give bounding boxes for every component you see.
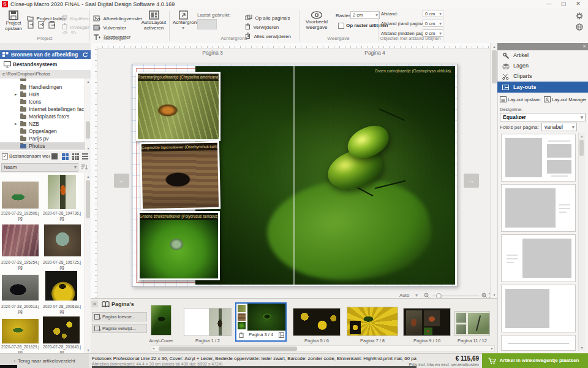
photo-frame-2[interactable]: Gegroefde lapsnuitkever (Otiorhynchus su…: [140, 141, 221, 211]
file-thumbnail[interactable]: [43, 316, 80, 343]
pages-panel-close-button[interactable]: ✕: [91, 301, 98, 307]
page-thumb-1-2[interactable]: [184, 308, 232, 336]
expand-arrow-icon[interactable]: ▸: [15, 91, 17, 98]
file-thumbnail[interactable]: [2, 319, 39, 343]
layout-template-3[interactable]: [501, 234, 576, 282]
designline-select[interactable]: Equalizer ▾: [500, 113, 586, 121]
pages-scrollbar-thumb[interactable]: [159, 347, 297, 351]
minimize-button[interactable]: —: [541, 0, 556, 8]
page-thumb-9-10[interactable]: [403, 308, 451, 336]
layout-manager-button[interactable]: Lay-out Manager: [544, 96, 587, 104]
change-layout-icon[interactable]: [279, 332, 284, 338]
current-path[interactable]: e:\Ron\Dropbox\Photos: [0, 70, 91, 79]
scroll-up-icon[interactable]: ▴: [579, 134, 585, 138]
tree-scrollbar-thumb[interactable]: [86, 121, 90, 139]
language-globe-icon[interactable]: [576, 23, 583, 31]
page-thumb-label[interactable]: Pagina 7 / 8: [347, 338, 398, 343]
spacing-select-1[interactable]: 0 cm▾: [423, 20, 443, 27]
scroll-right-icon[interactable]: ▸: [491, 346, 493, 351]
zoom-mode-select[interactable]: Auto: [399, 293, 415, 298]
thumbnails-scrollbar-thumb[interactable]: [86, 180, 90, 218]
menu-item-layouts-selected[interactable]: Lay-outs: [497, 82, 588, 93]
settings-gear-icon[interactable]: [576, 12, 583, 20]
page-thumb-label[interactable]: Pagina 5 / 6: [293, 338, 341, 343]
delete-page-icon[interactable]: [239, 332, 244, 338]
file-thumbnail[interactable]: [48, 175, 76, 209]
import-project-icon[interactable]: [27, 21, 35, 29]
raster-select[interactable]: 2 cm ▾: [350, 11, 380, 19]
tree-item[interactable]: Handleidingen: [0, 83, 85, 91]
file-thumbnail[interactable]: [2, 182, 39, 209]
tree-item[interactable]: ▸Huis: [0, 91, 85, 98]
project-save-button[interactable]: Project opslaan: [2, 10, 24, 31]
tree-item[interactable]: Marktplaats foto's: [0, 113, 85, 120]
file-thumbnail[interactable]: [45, 271, 77, 301]
next-page-button[interactable]: →: [464, 174, 479, 188]
tree-item[interactable]: Opgeslagen: [0, 128, 85, 135]
right-panel-close-button[interactable]: ✕: [582, 44, 586, 50]
page-thumb-label[interactable]: Pagina 9 / 10: [403, 338, 451, 343]
scroll-left-icon[interactable]: ◂: [153, 346, 154, 351]
layout-template-5[interactable]: [501, 335, 576, 351]
page-thumb-3-4-selected[interactable]: Pagina 3 / 4: [235, 302, 287, 342]
view-list-icon[interactable]: [82, 153, 88, 155]
refresh-icon[interactable]: [82, 52, 88, 58]
tree-item[interactable]: ▸NZB: [0, 120, 85, 128]
export-project-icon[interactable]: [37, 21, 45, 29]
canvas-scrollbar-thumb[interactable]: [492, 50, 497, 83]
tree-item[interactable]: Internet bestellingen fac...: [0, 105, 85, 113]
pages-scrollbar[interactable]: ◂ ▸: [151, 345, 495, 352]
export-pdf-icon[interactable]: [48, 21, 56, 29]
show-filename-checkbox[interactable]: ✓: [2, 153, 8, 159]
page-thumb-11-12[interactable]: [454, 311, 490, 336]
add-page-button[interactable]: Pagina toevoe...: [92, 312, 147, 321]
maximize-button[interactable]: ▢: [556, 0, 571, 8]
tree-item[interactable]: Parijs pv: [0, 135, 85, 142]
tree-item-selected[interactable]: Photos: [0, 142, 85, 150]
view-grid3-icon[interactable]: [72, 153, 74, 155]
page-thumb-label[interactable]: Pagina 11 / 12: [448, 338, 496, 343]
tree-scrollbar[interactable]: ▴ ▾: [85, 79, 91, 151]
layout-template-2[interactable]: [501, 184, 576, 232]
layout-template-4[interactable]: [501, 285, 576, 332]
previous-page-button[interactable]: ←: [114, 174, 129, 188]
filesystem-tab[interactable]: Bestandssysteem: [0, 59, 91, 71]
sort-select[interactable]: Naam ▾: [1, 163, 78, 172]
page-thumb-7-8[interactable]: [347, 307, 398, 336]
menu-item-cliparts[interactable]: Cliparts: [497, 71, 588, 82]
sort-direction-icon[interactable]: [81, 164, 88, 171]
photos-per-page-select[interactable]: variabel ▾: [541, 123, 577, 131]
page-thumb-cover[interactable]: [151, 305, 172, 335]
main-photo-caption[interactable]: Groen zuringhaantje (Gastrophysa viridul…: [375, 69, 451, 73]
close-button[interactable]: ✕: [571, 0, 586, 8]
sources-panel-header[interactable]: Bronnen van de afbeelding: [0, 50, 91, 59]
page-thumb-label[interactable]: Acryl-Cover: [141, 338, 181, 343]
menu-item-artikel[interactable]: Artikel: [497, 50, 588, 61]
photo-frame-3[interactable]: Groene struiksnuitkever (Polydrusus seri…: [138, 211, 220, 280]
page-thumb-label-selected[interactable]: Pagina 3 / 4: [245, 332, 277, 337]
main-photo-frame[interactable]: Groen zuringhaantje (Gastrophysa viridul…: [195, 66, 455, 285]
view-large-icon[interactable]: [51, 153, 58, 159]
photo-frame-1[interactable]: Rozemarijngoudhaantje (Chrysolina americ…: [136, 72, 221, 141]
layout-template-1[interactable]: [501, 134, 576, 182]
view-grid2-icon-selected[interactable]: [62, 153, 65, 156]
file-thumbnail[interactable]: [44, 224, 81, 256]
file-thumbnail[interactable]: [2, 224, 39, 256]
spacing-select-0[interactable]: 0 cm▾: [423, 10, 443, 17]
background-button[interactable]: Achtergrond ▾: [173, 10, 194, 31]
file-thumbnail[interactable]: [2, 275, 39, 301]
remove-page-button[interactable]: Pagina verwijd...: [92, 324, 147, 333]
scroll-down-icon[interactable]: ▾: [85, 146, 91, 150]
page-thumb-5-6[interactable]: [293, 308, 341, 336]
expand-arrow-icon[interactable]: ▸: [15, 120, 17, 128]
tree-item-clipped[interactable]: [0, 79, 85, 82]
add-to-cart-button[interactable]: Artikel in winkelwagentje plaatsen: [482, 353, 588, 368]
zoom-mode-dropdown-arrow[interactable]: ▾: [415, 293, 418, 298]
autolayout-button[interactable]: AutoLayout activeren: [140, 10, 168, 31]
menu-item-lagen[interactable]: Lagen: [497, 61, 588, 71]
save-layout-button[interactable]: Lay-out opslaan: [500, 96, 540, 104]
layouts-scrollbar[interactable]: ▴ ▾: [578, 132, 585, 351]
snap-grid-checkbox[interactable]: [338, 23, 344, 29]
last-used-swatch[interactable]: [197, 19, 217, 29]
undo-redo-icons[interactable]: [61, 29, 77, 36]
